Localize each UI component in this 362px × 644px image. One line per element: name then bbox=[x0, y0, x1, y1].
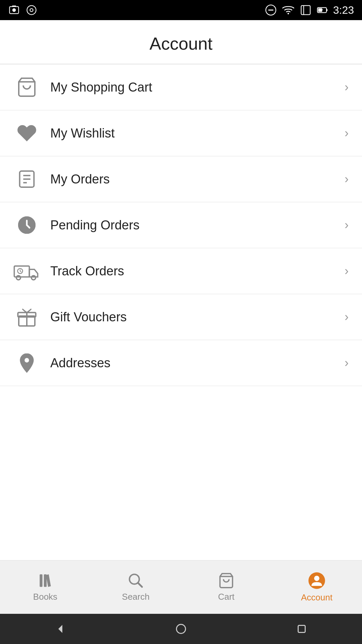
signal-icon bbox=[300, 4, 312, 16]
menu-item-gift-vouchers[interactable]: Gift Vouchers › bbox=[0, 294, 362, 340]
nav-item-cart[interactable]: Cart bbox=[181, 560, 272, 614]
svg-marker-37 bbox=[58, 625, 62, 633]
svg-point-4 bbox=[30, 9, 33, 12]
svg-rect-39 bbox=[298, 626, 305, 633]
menu-item-wishlist[interactable]: My Wishlist › bbox=[0, 110, 362, 156]
clock-icon bbox=[13, 214, 40, 236]
chevron-right-icon: › bbox=[345, 356, 349, 370]
chevron-right-icon: › bbox=[345, 126, 349, 140]
menu-item-addresses[interactable]: Addresses › bbox=[0, 340, 362, 386]
menu-item-shopping-cart[interactable]: My Shopping Cart › bbox=[0, 64, 362, 110]
nav-label-search: Search bbox=[122, 592, 149, 602]
system-navigation-bar bbox=[0, 614, 362, 644]
nav-label-account: Account bbox=[301, 592, 333, 603]
menu-label-addresses: Addresses bbox=[50, 356, 345, 370]
menu-label-gift-vouchers: Gift Vouchers bbox=[50, 310, 345, 324]
bottom-navigation: Books Search Cart Account bbox=[0, 560, 362, 614]
page-header: Account bbox=[0, 20, 362, 64]
menu-item-orders[interactable]: My Orders › bbox=[0, 156, 362, 202]
nav-label-books: Books bbox=[33, 592, 57, 602]
status-bar: 3:23 bbox=[0, 0, 362, 20]
chevron-right-icon: › bbox=[345, 310, 349, 324]
do-not-disturb-icon bbox=[265, 4, 277, 16]
cart-icon bbox=[13, 76, 40, 98]
status-bar-left bbox=[8, 4, 38, 16]
svg-point-1 bbox=[12, 8, 16, 12]
orders-icon bbox=[13, 168, 40, 190]
account-nav-icon bbox=[308, 572, 326, 590]
menu-item-track-orders[interactable]: Track Orders › bbox=[0, 248, 362, 294]
menu-item-pending-orders[interactable]: Pending Orders › bbox=[0, 202, 362, 248]
nav-item-search[interactable]: Search bbox=[90, 560, 181, 614]
chevron-right-icon: › bbox=[345, 80, 349, 94]
nav-label-cart: Cart bbox=[218, 592, 234, 602]
svg-point-7 bbox=[287, 13, 289, 14]
heart-icon bbox=[13, 122, 40, 144]
status-bar-right: 3:23 bbox=[265, 4, 354, 16]
location-icon bbox=[13, 352, 40, 374]
svg-line-33 bbox=[138, 583, 142, 587]
wifi-icon bbox=[282, 4, 295, 16]
svg-point-29 bbox=[24, 358, 29, 362]
chevron-right-icon: › bbox=[345, 218, 349, 232]
menu-label-orders: My Orders bbox=[50, 172, 345, 186]
svg-point-23 bbox=[16, 276, 21, 280]
search-icon bbox=[127, 572, 144, 589]
recents-button[interactable] bbox=[296, 623, 308, 635]
menu-label-shopping-cart: My Shopping Cart bbox=[50, 80, 345, 95]
menu-label-wishlist: My Wishlist bbox=[50, 126, 345, 141]
books-icon bbox=[37, 572, 54, 589]
svg-point-36 bbox=[314, 576, 319, 581]
battery-icon bbox=[316, 4, 328, 16]
svg-point-3 bbox=[27, 6, 36, 15]
account-menu-list: My Shopping Cart › My Wishlist › My Orde… bbox=[0, 64, 362, 560]
chevron-right-icon: › bbox=[345, 172, 349, 186]
gift-icon bbox=[13, 306, 40, 328]
menu-label-track-orders: Track Orders bbox=[50, 264, 345, 278]
nav-item-account[interactable]: Account bbox=[272, 560, 362, 614]
settings-icon bbox=[25, 4, 38, 16]
svg-rect-11 bbox=[326, 9, 327, 11]
svg-point-24 bbox=[32, 276, 36, 280]
svg-rect-8 bbox=[301, 6, 310, 15]
status-time: 3:23 bbox=[333, 4, 354, 16]
svg-rect-2 bbox=[12, 6, 16, 7]
svg-rect-22 bbox=[14, 266, 29, 277]
back-button[interactable] bbox=[54, 623, 66, 635]
photo-icon bbox=[8, 4, 20, 16]
chevron-right-icon: › bbox=[345, 264, 349, 278]
svg-point-38 bbox=[177, 625, 186, 634]
menu-label-pending-orders: Pending Orders bbox=[50, 218, 345, 232]
nav-item-books[interactable]: Books bbox=[0, 560, 90, 614]
svg-rect-30 bbox=[40, 574, 42, 587]
home-button[interactable] bbox=[175, 623, 187, 635]
cart-nav-icon bbox=[218, 572, 235, 589]
page-title: Account bbox=[7, 34, 355, 54]
truck-icon bbox=[13, 260, 40, 282]
